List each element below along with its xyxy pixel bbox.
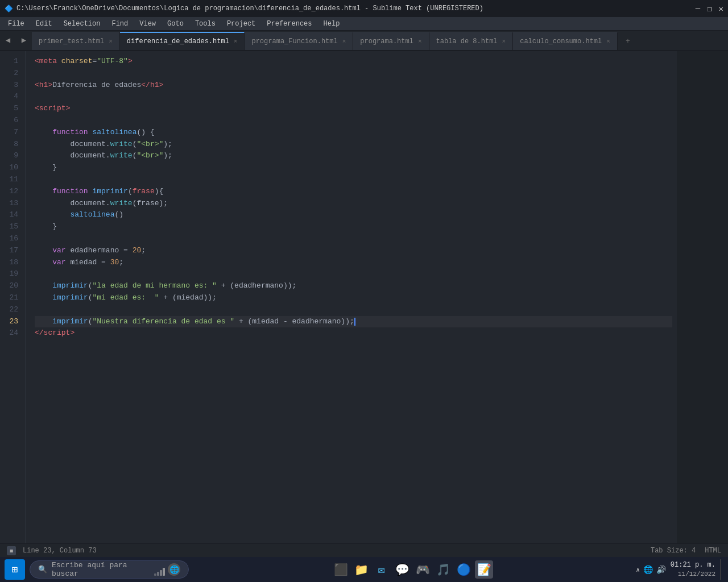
tray-volume-icon[interactable]: 🔊 xyxy=(656,565,666,575)
menu-item-edit[interactable]: Edit xyxy=(30,17,58,31)
taskbar-sublime-icon[interactable]: 📝 xyxy=(475,560,493,579)
line-number-23: 23 xyxy=(5,316,18,328)
token-plain xyxy=(88,186,93,198)
token-tag: > xyxy=(48,80,52,92)
menu-item-find[interactable]: Find xyxy=(106,17,134,31)
code-line-8: document.write("<br>"); xyxy=(35,139,672,151)
title-bar-controls[interactable]: — ❐ ✕ xyxy=(696,4,723,14)
menu-bar: FileEditSelectionFindViewGotoToolsProjec… xyxy=(0,17,728,31)
token-plain: document xyxy=(70,139,105,151)
code-area[interactable]: <meta charset="UTF-8"><h1>Diferencia de … xyxy=(26,51,677,543)
close-button[interactable]: ✕ xyxy=(719,4,723,14)
status-bar: ◼ Line 23, Column 73 Tab Size: 4 HTML xyxy=(0,543,728,557)
code-line-12: function imprimir(frase){ xyxy=(35,186,672,198)
tab-nav-prev[interactable]: ◀ xyxy=(0,31,16,50)
code-line-6 xyxy=(35,115,672,127)
token-tag: > xyxy=(70,327,75,339)
taskbar-chrome-icon[interactable]: 🔵 xyxy=(454,560,473,579)
tab-3[interactable]: programa.html× xyxy=(353,32,429,50)
taskbar-multitasking-icon[interactable]: ⬛ xyxy=(332,560,350,579)
line-number-1: 1 xyxy=(5,56,18,68)
title-bar-icon: 🔷 xyxy=(5,5,13,13)
line-number-14: 14 xyxy=(5,209,18,221)
token-plain: ( xyxy=(88,280,93,292)
token-plain xyxy=(35,150,70,162)
token-plain: ( xyxy=(88,292,93,304)
menu-item-file[interactable]: File xyxy=(2,17,30,31)
token-plain: ( xyxy=(133,150,137,162)
tab-close-2[interactable]: × xyxy=(342,38,346,45)
tab-close-5[interactable]: × xyxy=(606,38,610,45)
token-str: "Nuestra diferencia de edad es " xyxy=(92,316,234,328)
taskbar-spotify-icon[interactable]: 🎵 xyxy=(434,560,452,579)
status-syntax[interactable]: HTML xyxy=(705,547,721,555)
token-kw: function xyxy=(52,127,88,139)
taskbar-mail-icon[interactable]: ✉ xyxy=(373,560,391,579)
taskbar-explorer-icon[interactable]: 📁 xyxy=(352,560,370,579)
tab-label-3: programa.html xyxy=(360,38,413,45)
token-plain xyxy=(35,198,70,210)
token-tag: > xyxy=(66,103,71,115)
line-number-15: 15 xyxy=(5,221,18,233)
tab-close-0[interactable]: × xyxy=(109,38,113,45)
token-plain: } xyxy=(35,162,57,174)
taskbar-whatsapp-icon[interactable]: 💬 xyxy=(393,560,411,579)
tab-nav-next[interactable]: ▶ xyxy=(16,31,32,50)
text-cursor xyxy=(354,318,355,326)
tab-close-3[interactable]: × xyxy=(418,38,422,45)
taskbar-steam-icon[interactable]: 🎮 xyxy=(413,560,432,579)
tab-label-1: diferencia_de_edades.html xyxy=(127,38,229,45)
clock[interactable]: 01:21 p. m. 11/12/2022 xyxy=(671,560,715,579)
line-number-18: 18 xyxy=(5,257,18,269)
tab-1[interactable]: diferencia_de_edades.html× xyxy=(120,32,245,50)
tray-chevron-icon[interactable]: ∧ xyxy=(636,566,640,573)
token-plain: } xyxy=(35,221,57,233)
status-tab-size[interactable]: Tab Size: 4 xyxy=(651,547,696,555)
token-tag: < xyxy=(35,80,39,92)
token-tag: > xyxy=(159,80,163,92)
tab-close-1[interactable]: × xyxy=(234,38,238,45)
menu-item-preferences[interactable]: Preferences xyxy=(261,17,317,31)
line-number-20: 20 xyxy=(5,280,18,292)
taskbar-left: ⊞ 🔍 Escribe aquí para buscar 🌐 xyxy=(5,559,189,580)
search-icon: 🔍 xyxy=(38,565,47,574)
menu-item-project[interactable]: Project xyxy=(221,17,261,31)
token-fn: imprimir xyxy=(52,292,88,304)
token-punct: . xyxy=(106,198,110,210)
token-kw: var xyxy=(52,257,65,269)
line-number-7: 7 xyxy=(5,127,18,139)
token-tag: < xyxy=(35,56,39,68)
line-number-16: 16 xyxy=(5,233,18,245)
tab-0[interactable]: primer_test.html× xyxy=(32,32,120,50)
token-plain: + (miedad)); xyxy=(159,292,216,304)
line-number-17: 17 xyxy=(5,245,18,257)
token-plain xyxy=(35,292,52,304)
maximize-button[interactable]: ❐ xyxy=(707,4,712,14)
tab-4[interactable]: tabla de 8.html× xyxy=(429,32,514,50)
taskbar-search[interactable]: 🔍 Escribe aquí para buscar 🌐 xyxy=(30,560,189,579)
tab-5[interactable]: calculo_consumo.html× xyxy=(513,32,618,50)
taskbar-search-text: Escribe aquí para buscar xyxy=(52,561,150,578)
tab-bar: ◀ ▶ primer_test.html×diferencia_de_edade… xyxy=(0,31,728,51)
code-line-9: document.write("<br>"); xyxy=(35,150,672,162)
windows-start-button[interactable]: ⊞ xyxy=(5,559,25,580)
menu-item-goto[interactable]: Goto xyxy=(162,17,189,31)
minimize-button[interactable]: — xyxy=(696,4,700,14)
tab-add-button[interactable]: + xyxy=(620,32,636,50)
token-tag: script xyxy=(44,327,71,339)
show-desktop-button[interactable] xyxy=(720,559,723,580)
tab-close-4[interactable]: × xyxy=(502,38,506,45)
code-line-19 xyxy=(35,268,672,280)
menu-item-tools[interactable]: Tools xyxy=(189,17,221,31)
token-plain: miedad = xyxy=(66,257,110,269)
tab-2[interactable]: programa_Funcion.html× xyxy=(245,32,353,50)
line-number-9: 9 xyxy=(5,150,18,162)
menu-item-selection[interactable]: Selection xyxy=(58,17,106,31)
tray-network-icon[interactable]: 🌐 xyxy=(643,565,653,575)
code-line-1: <meta charset="UTF-8"> xyxy=(35,56,672,68)
token-plain: () { xyxy=(136,127,154,139)
menu-item-help[interactable]: Help xyxy=(318,17,346,31)
editor-container: 123456789101112131415161718192021222324 … xyxy=(0,51,728,543)
menu-item-view[interactable]: View xyxy=(134,17,162,31)
status-position[interactable]: Line 23, Column 73 xyxy=(23,547,97,555)
